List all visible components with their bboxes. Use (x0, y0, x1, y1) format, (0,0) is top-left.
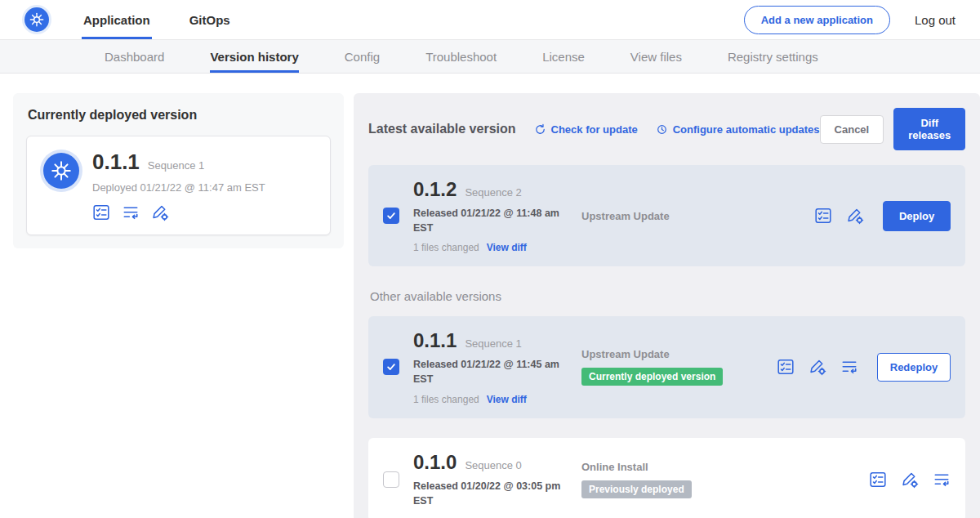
check-for-update-label: Check for update (551, 123, 638, 136)
version-sequence: Sequence 0 (465, 459, 521, 471)
subnav-item-view-files[interactable]: View files (630, 40, 682, 73)
version-checkbox[interactable] (383, 208, 399, 224)
subnav-item-config[interactable]: Config (345, 40, 380, 73)
redeploy-button[interactable]: Redeploy (877, 353, 951, 382)
release-notes-icon[interactable] (869, 471, 887, 489)
version-released-date: Released 01/21/22 @ 11:48 am EST (413, 206, 565, 235)
app-subnav: Dashboard Version history Config Trouble… (0, 40, 980, 74)
subnav-label: Dashboard (105, 50, 164, 64)
version-info: 0.1.1 Sequence 1 Released 01/21/22 @ 11:… (413, 329, 578, 404)
diff-releases-button[interactable]: Diff releases (893, 108, 965, 150)
version-info: 0.1.2 Sequence 2 Released 01/21/22 @ 11:… (413, 178, 578, 253)
latest-available-title: Latest available version (368, 122, 516, 136)
version-sequence: Sequence 1 (465, 337, 521, 350)
checkbox-check-icon (385, 361, 397, 373)
deployed-version-info: 0.1.1 Sequence 1 Deployed 01/21/22 @ 11:… (92, 150, 265, 221)
deployed-date: Deployed 01/21/22 @ 11:47 am EST (92, 181, 265, 194)
subnav-label: Version history (210, 50, 298, 64)
latest-panel-header: Latest available version Check for updat… (368, 108, 965, 150)
checkbox-check-icon (385, 210, 397, 221)
tab-gitops[interactable]: GitOps (188, 0, 232, 39)
version-source: Upstream Update (581, 348, 777, 360)
view-logs-icon[interactable] (933, 471, 951, 489)
deployed-icon-row (92, 203, 265, 221)
version-released-date: Released 01/21/22 @ 11:45 am EST (413, 357, 565, 386)
version-row-0-1-0: 0.1.0 Sequence 0 Released 01/20/22 @ 03:… (368, 438, 965, 518)
version-number: 0.1.1 (413, 329, 457, 352)
version-actions (869, 471, 951, 489)
kubernetes-logo-icon (24, 7, 49, 32)
subnav-item-registry-settings[interactable]: Registry settings (728, 40, 818, 73)
release-notes-icon[interactable] (814, 207, 832, 225)
view-logs-icon[interactable] (122, 203, 140, 221)
deployed-version-card: 0.1.1 Sequence 1 Deployed 01/21/22 @ 11:… (26, 136, 331, 235)
previously-deployed-badge: Previously deployed (581, 480, 692, 498)
subnav-label: Troubleshoot (425, 50, 497, 64)
files-changed-label: 1 files changed (413, 394, 479, 405)
subnav-label: View files (630, 50, 682, 64)
cancel-button[interactable]: Cancel (820, 115, 884, 144)
version-source-col: Upstream Update (578, 210, 814, 222)
release-notes-icon[interactable] (777, 358, 795, 376)
subnav-item-license[interactable]: License (542, 40, 585, 73)
main-content: Currently deployed version 0.1.1 Sequenc… (0, 74, 980, 518)
subnav-item-troubleshoot[interactable]: Troubleshoot (425, 40, 497, 73)
clock-icon (656, 123, 668, 136)
version-row-0-1-1: 0.1.1 Sequence 1 Released 01/21/22 @ 11:… (368, 316, 965, 418)
version-number: 0.1.2 (413, 178, 457, 201)
configure-automatic-updates-label: Configure automatic updates (673, 123, 820, 136)
version-source-col: Upstream Update Currently deployed versi… (578, 348, 777, 386)
top-bar: Application GitOps Add a new application… (0, 0, 980, 40)
view-logs-icon[interactable] (840, 358, 858, 376)
tab-gitops-label: GitOps (189, 13, 230, 27)
view-diff-link[interactable]: View diff (487, 242, 527, 253)
version-sequence: Sequence 2 (465, 186, 521, 199)
top-nav: Application GitOps (82, 0, 268, 39)
edit-config-icon[interactable] (901, 471, 919, 489)
view-diff-link[interactable]: View diff (487, 394, 527, 405)
release-notes-icon[interactable] (92, 203, 110, 221)
subnav-item-version-history[interactable]: Version history (210, 40, 298, 73)
edit-config-icon[interactable] (808, 358, 826, 376)
files-changed-label: 1 files changed (413, 242, 479, 253)
subnav-label: Config (345, 50, 380, 64)
version-info: 0.1.0 Sequence 0 Released 01/20/22 @ 03:… (413, 451, 578, 508)
other-available-versions-label: Other available versions (370, 289, 965, 303)
app-logo-icon (43, 153, 79, 189)
version-source: Online Install (581, 461, 869, 473)
version-source: Upstream Update (581, 210, 814, 222)
deployed-version-number: 0.1.1 (92, 150, 140, 175)
tab-application-label: Application (83, 13, 150, 27)
edit-config-icon[interactable] (151, 203, 169, 221)
add-new-application-button[interactable]: Add a new application (744, 6, 890, 34)
check-for-update-link[interactable]: Check for update (534, 123, 638, 136)
edit-config-icon[interactable] (846, 207, 864, 225)
version-number: 0.1.0 (413, 451, 457, 474)
version-actions: Redeploy (777, 353, 951, 382)
subnav-item-dashboard[interactable]: Dashboard (105, 40, 164, 73)
deployed-sequence: Sequence 1 (148, 159, 204, 172)
version-actions: Deploy (814, 201, 951, 231)
refresh-icon (534, 123, 546, 136)
version-source-col: Online Install Previously deployed (578, 461, 869, 498)
latest-available-panel: Latest available version Check for updat… (354, 93, 980, 518)
currently-deployed-panel: Currently deployed version 0.1.1 Sequenc… (13, 93, 344, 248)
topbar-right: Add a new application Log out (744, 0, 956, 39)
logout-link[interactable]: Log out (915, 13, 956, 27)
deploy-button[interactable]: Deploy (883, 201, 951, 231)
currently-deployed-badge: Currently deployed version (581, 368, 723, 386)
tab-application[interactable]: Application (82, 0, 152, 39)
currently-deployed-title: Currently deployed version (28, 108, 331, 123)
version-row-0-1-2: 0.1.2 Sequence 2 Released 01/21/22 @ 11:… (368, 165, 965, 266)
configure-automatic-updates-link[interactable]: Configure automatic updates (656, 123, 820, 136)
version-checkbox[interactable] (383, 471, 399, 488)
subnav-label: License (542, 50, 585, 64)
version-released-date: Released 01/20/22 @ 03:05 pm EST (413, 479, 565, 508)
version-checkbox[interactable] (383, 359, 399, 375)
subnav-label: Registry settings (728, 50, 818, 64)
